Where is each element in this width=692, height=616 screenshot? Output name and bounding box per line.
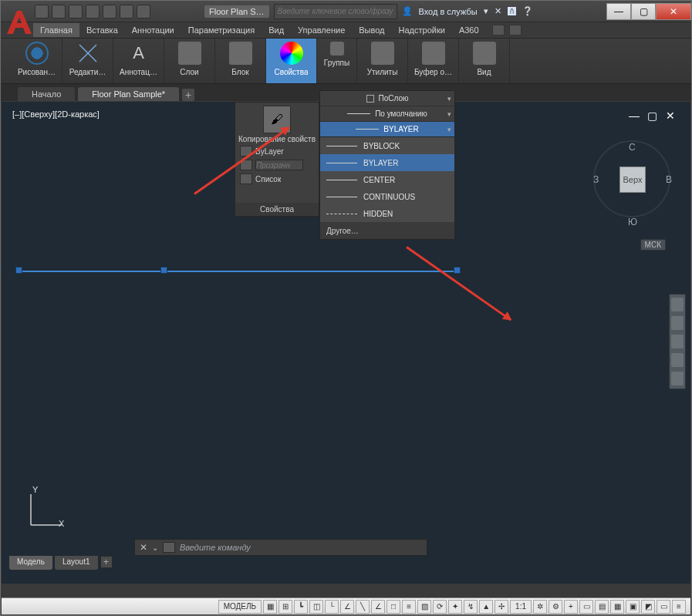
ribbon-minimize-icon[interactable] [509, 25, 522, 35]
tab-insert[interactable]: Вставка [79, 23, 125, 37]
layout-tab-model[interactable]: Модель [9, 556, 52, 570]
showmotion-icon[interactable] [671, 372, 684, 385]
3d-osnap-icon[interactable]: ✦ [448, 600, 462, 614]
list-row[interactable]: Список [235, 172, 319, 186]
featured-apps-icon[interactable] [492, 25, 505, 35]
compass-east[interactable]: В [666, 174, 672, 185]
panel-annotation[interactable]: AАннотац… [113, 39, 164, 83]
viewport-label[interactable]: [–][Сверху][2D-каркас] [12, 109, 100, 119]
tab-parametric[interactable]: Параметризация [181, 23, 262, 37]
dynamic-ucs-icon[interactable]: ↯ [464, 600, 478, 614]
panel-block[interactable]: Блок [215, 39, 266, 83]
panel-view[interactable]: Вид [459, 39, 510, 83]
annotation-scale[interactable]: 1:1 [510, 600, 532, 614]
panel-layers[interactable]: Слои [164, 39, 215, 83]
viewport-close-icon[interactable]: ✕ [666, 109, 677, 119]
hardware-accel-icon[interactable]: ▣ [626, 600, 640, 614]
layout-tab-layout1[interactable]: Layout1 [55, 556, 98, 570]
tab-addins[interactable]: Надстройки [392, 23, 452, 37]
dynamic-input-icon[interactable]: ◫ [309, 600, 323, 614]
quick-properties-icon[interactable]: ▤ [595, 600, 609, 614]
selection-cycling-icon[interactable]: ⟳ [433, 600, 447, 614]
tab-a360[interactable]: A360 [452, 23, 486, 37]
linetype-item-continuous[interactable]: CONTINUOUS [320, 188, 454, 205]
command-line[interactable]: ✕ ⌄ Введите команду [134, 539, 427, 556]
viewcube-top-face[interactable]: Верх [619, 167, 646, 193]
modelspace-toggle[interactable]: МОДЕЛЬ [218, 600, 262, 614]
file-tab-start[interactable]: Начало [18, 87, 75, 101]
annotation-visibility-icon[interactable]: ✲ [533, 600, 547, 614]
tab-home[interactable]: Главная [33, 23, 79, 37]
ortho-toggle-icon[interactable]: └ [325, 600, 339, 614]
selection-filter-icon[interactable]: ▲ [479, 600, 493, 614]
qat-print-icon[interactable] [103, 5, 116, 19]
tab-view[interactable]: Вид [262, 23, 291, 37]
linetype-item-hidden[interactable]: HIDDEN [320, 205, 454, 222]
wcs-badge[interactable]: МСК [640, 239, 666, 251]
clean-screen-icon[interactable]: ▭ [657, 600, 670, 614]
panel-properties[interactable]: Свойства [266, 39, 317, 83]
qat-redo-icon[interactable] [137, 5, 150, 19]
transparency-input[interactable] [255, 160, 303, 170]
panel-draw[interactable]: Рисован… [12, 39, 62, 83]
snap-toggle-icon[interactable]: ⊞ [278, 600, 292, 614]
annotation-monitor-icon[interactable]: + [564, 600, 578, 614]
panel-groups[interactable]: Группы [317, 39, 357, 83]
tab-annotate[interactable]: Аннотации [125, 23, 181, 37]
customize-status-icon[interactable]: ≡ [672, 600, 686, 614]
panel-utilities[interactable]: Утилиты [357, 39, 408, 83]
compass-north[interactable]: С [629, 142, 636, 153]
cmdline-close-icon[interactable]: ✕ [140, 542, 147, 553]
transparency-row[interactable] [235, 158, 319, 172]
tab-manage[interactable]: Управление [291, 23, 352, 37]
linetype-item-center[interactable]: CENTER [320, 171, 454, 188]
grip-midpoint[interactable] [160, 267, 167, 274]
linetype-item-byblock[interactable]: BYBLOCK [320, 137, 454, 154]
file-tab-current[interactable]: Floor Plan Sample* [78, 87, 179, 101]
search-input[interactable] [274, 4, 397, 19]
linetype-item-other[interactable]: Другое… [320, 222, 454, 239]
exchange-apps-icon[interactable]: ✕ [495, 6, 501, 16]
workspace-switch-icon[interactable]: ⚙ [549, 600, 562, 614]
qat-saveas-icon[interactable] [86, 5, 100, 19]
close-button[interactable]: ✕ [656, 3, 691, 20]
tab-output[interactable]: Вывод [352, 23, 391, 37]
minimize-button[interactable]: — [606, 3, 631, 20]
maximize-button[interactable]: ▢ [631, 3, 656, 20]
app-logo[interactable] [2, 8, 35, 37]
viewport-maximize-icon[interactable]: ▢ [647, 109, 658, 119]
osnap-tracking-icon[interactable]: ∠ [371, 600, 385, 614]
units-icon[interactable]: ▭ [579, 600, 593, 614]
viewport-minimize-icon[interactable]: — [629, 109, 640, 119]
steering-wheel-icon[interactable] [671, 298, 684, 311]
isoplane-icon[interactable]: ╲ [356, 600, 370, 614]
qat-new-icon[interactable] [35, 5, 49, 19]
qat-save-icon[interactable] [69, 5, 83, 19]
file-tab-add[interactable]: + [182, 89, 194, 101]
grid-toggle-icon[interactable]: ▦ [263, 600, 277, 614]
linetype-item-bylayer[interactable]: BYLAYER [320, 154, 454, 171]
qat-open-icon[interactable] [52, 5, 66, 19]
cmdline-history-icon[interactable]: ⌄ [152, 544, 158, 552]
layout-tab-add[interactable]: + [100, 556, 113, 568]
compass-south[interactable]: Ю [628, 217, 637, 227]
grip-endpoint[interactable] [454, 267, 461, 274]
drawing-area[interactable]: [–][Сверху][2D-каркас] — ▢ ✕ 🖌 Копирован… [2, 102, 690, 584]
qat-undo-icon[interactable] [120, 5, 133, 19]
linetype-picker[interactable]: BYLAYER▾ [320, 122, 454, 137]
viewcube[interactable]: Верх С Ю В З [593, 140, 670, 217]
zoom-icon[interactable] [671, 335, 684, 348]
orbit-icon[interactable] [671, 353, 684, 367]
color-picker[interactable]: ПоСлою▾ [320, 91, 454, 106]
lock-ui-icon[interactable]: ▦ [610, 600, 624, 614]
polar-tracking-icon[interactable]: ∠ [340, 600, 354, 614]
lineweight-picker[interactable]: По умолчанию▾ [320, 106, 454, 122]
infer-constraints-icon[interactable]: ┗ [294, 600, 308, 614]
selected-line[interactable] [17, 271, 457, 272]
help-icon[interactable]: ❔ [522, 6, 533, 16]
transparency-toggle-icon[interactable]: ▨ [417, 600, 431, 614]
panel-edit[interactable]: Редакти… [62, 39, 113, 83]
panel-clipboard[interactable]: Буфер о… [408, 39, 459, 83]
account-area[interactable]: 👤 Вход в службы ▾ ✕ 🅰 ❔ [402, 6, 533, 16]
osnap-2d-icon[interactable]: □ [387, 600, 400, 614]
